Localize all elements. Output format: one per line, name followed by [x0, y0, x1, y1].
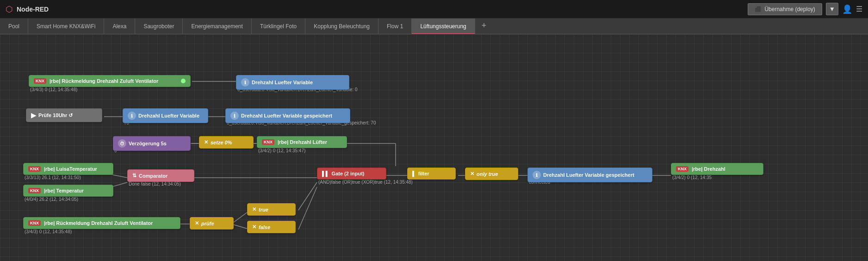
node-rbe-rueckmeldung-bottom[interactable]: KNX |rbe| Rückmeldung Drehzahl Zuluft Ve… — [23, 217, 180, 229]
node-label: Gate (2 input) — [332, 171, 365, 176]
compare-icon: ⇅ — [132, 173, 136, 179]
tab-kopplung[interactable]: Kopplung Beleuchtung — [305, 19, 378, 34]
deploy-dropdown-button[interactable]: ▼ — [826, 3, 838, 15]
knx-badge-luisa: KNX — [28, 166, 41, 172]
node-status-n9: (3/3/13) 26.1 (12, 14:31:50) — [25, 175, 81, 180]
svg-line-15 — [298, 187, 317, 230]
info-icon-right: ℹ — [533, 171, 541, 179]
node-status-n16: (3/4/2) 0 (12, 14:35 — [672, 175, 712, 180]
node-drehzahl-variable-r2[interactable]: ℹ Drehzahl Luefter Variable — [123, 108, 208, 123]
node-label: Drehzahl Luefter Variable gespeichert — [241, 113, 332, 118]
node-label: |rbe| LuisaTemperatur — [44, 166, 97, 172]
node-label: Drehzahl Luefter Variable — [252, 80, 313, 85]
node-label: Drehzahl Luefter Variable gespeichert — [543, 172, 634, 178]
node-label: Drehzahl Luefter Variable — [138, 113, 199, 118]
false-icon: ✕ — [252, 224, 256, 230]
pruefe-icon: ✕ — [195, 220, 199, 226]
node-label: |rbe| Drehzahl — [692, 166, 725, 172]
node-pruefe-10uhr[interactable]: ▶ Prüfe 10Uhr ↺ — [26, 108, 102, 122]
node-label: prüfe — [201, 221, 214, 226]
tab-smart-home[interactable]: Smart Home KNX&WiFi — [28, 19, 104, 34]
node-label: only true — [477, 171, 498, 177]
gate-icon: ▌▌ — [322, 171, 329, 176]
start-icon: ▶ — [31, 112, 36, 119]
svg-line-14 — [298, 182, 317, 210]
svg-line-12 — [231, 212, 247, 224]
node-only-true[interactable]: ✕ only true — [465, 168, 518, 180]
node-filter[interactable]: ▌ filter — [407, 168, 456, 180]
function-icon: ✕ — [204, 139, 208, 145]
user-icon[interactable]: 👤 — [842, 4, 852, 14]
tab-tuerklingel[interactable]: Türklingel Foto — [252, 19, 305, 34]
node-rbe-rueckmeldung-top[interactable]: KNX |rbe| Rückmeldung Drehzahl Zuluft Ve… — [29, 75, 191, 87]
deploy-button[interactable]: ⬛ Übernahme (deploy) — [748, 3, 822, 15]
info-icon-r2b: ℹ — [230, 112, 239, 120]
node-status-n1: (3/4/3) 0 (12, 14:35:48) — [30, 87, 77, 92]
true-icon: ✕ — [252, 206, 256, 212]
node-label: filter — [418, 171, 429, 176]
node-label: |rbe| Rückmeldung Drehzahl Zuluft Ventil… — [50, 78, 158, 84]
node-label: |rbe| Drehzahl Lüfter — [278, 139, 327, 145]
node-verzoegerung[interactable]: ⏱ Verzögerung 5s — [113, 136, 191, 151]
node-drehzahl-gespeichert-right[interactable]: ℹ Drehzahl Luefter Variable gespeichert — [527, 168, 652, 182]
tab-alexa[interactable]: Alexa — [104, 19, 135, 34]
tab-flow1[interactable]: Flow 1 — [378, 19, 412, 34]
knx-badge-temp: KNX — [28, 188, 41, 193]
knx-badge-bottom: KNX — [28, 220, 41, 226]
deploy-status-icon: ⬛ — [755, 6, 762, 12]
header-right: ⬛ Übernahme (deploy) ▼ 👤 ☰ — [748, 3, 862, 15]
node-status-n10: (4/0/4) 26.2 (12, 14:34:05) — [25, 197, 78, 202]
node-drehzahl-variable-top[interactable]: ℹ Drehzahl Luefter Variable — [236, 75, 349, 90]
node-gate[interactable]: ▌▌ Gate (2 input) — [317, 168, 386, 180]
node-label: Verzögerung 5s — [129, 141, 167, 146]
header-left: ⬡ Node-RED — [6, 4, 49, 14]
node-label: Prüfe 10Uhr ↺ — [38, 112, 73, 118]
node-drehzahl-gespeichert-r2[interactable]: ℹ Drehzahl Luefter Variable gespeichert — [225, 108, 350, 123]
clock-icon: ⏱ — [118, 139, 126, 148]
node-rbe-drehzahl-right[interactable]: KNX |rbe| Drehzahl — [671, 163, 763, 175]
node-label: false — [259, 224, 270, 230]
node-label: |rbe| Rückmeldung Drehzahl Zuluft Ventil… — [44, 220, 153, 226]
svg-line-13 — [231, 224, 247, 229]
node-comparator[interactable]: ⇅ Comparator — [127, 169, 194, 182]
node-status-n17: (3/4/3) 0 (12, 14:35:48) — [25, 229, 72, 234]
node-label: |rbe| Temperatur — [44, 188, 84, 193]
node-status-n11: Done false (12, 14:34:05) — [129, 181, 181, 186]
only-true-icon: ✕ — [470, 171, 474, 177]
flow-canvas[interactable]: KNX |rbe| Rückmeldung Drehzahl Zuluft Ve… — [0, 34, 868, 261]
node-label: setze 0% — [211, 140, 232, 145]
header: ⬡ Node-RED ⬛ Übernahme (deploy) ▼ 👤 ☰ — [0, 0, 868, 19]
node-luisa-temp[interactable]: KNX |rbe| LuisaTemperatur — [23, 163, 113, 175]
tab-bar: Pool Smart Home KNX&WiFi Alexa Saugrobot… — [0, 19, 868, 34]
add-tab-button[interactable]: + — [475, 19, 493, 34]
port-indicator — [181, 79, 186, 83]
node-status-n8: (3/4/2) 0 (12, 14:35:47) — [258, 148, 305, 153]
tab-pool[interactable]: Pool — [0, 19, 28, 34]
node-false[interactable]: ✕ false — [247, 221, 296, 233]
node-rbe-drehzahl-luefter[interactable]: KNX |rbe| Drehzahl Lüfter — [257, 136, 347, 148]
knx-badge-right: KNX — [676, 166, 688, 172]
app-title: Node-RED — [17, 6, 49, 13]
logo-icon: ⬡ — [6, 4, 13, 14]
info-icon: ℹ — [241, 78, 249, 87]
node-true[interactable]: ✕ true — [247, 203, 296, 216]
knx-badge-r3: KNX — [262, 139, 274, 145]
info-icon-r2: ℹ — [128, 112, 136, 120]
node-status-n12: (AND)false (OR)true (XOR)true (12, 14:35… — [318, 180, 413, 185]
node-temp[interactable]: KNX |rbe| Temperatur — [23, 185, 113, 197]
tab-lueftung[interactable]: Lüftungssteuerung — [412, 19, 475, 34]
hamburger-menu-icon[interactable]: ☰ — [856, 5, 862, 13]
tab-energiemanagement[interactable]: Energiemanagement — [183, 19, 251, 34]
tab-saugroboter[interactable]: Saugroboter — [135, 19, 183, 34]
filter-icon: ▌ — [412, 171, 416, 176]
node-label: Comparator — [139, 173, 167, 179]
deploy-label: Übernahme (deploy) — [764, 6, 815, 12]
node-pruefe[interactable]: ✕ prüfe — [190, 217, 234, 230]
node-setze-0[interactable]: ✕ setze 0% — [199, 136, 254, 149]
knx-badge: KNX — [34, 78, 46, 84]
node-label: true — [259, 207, 268, 212]
